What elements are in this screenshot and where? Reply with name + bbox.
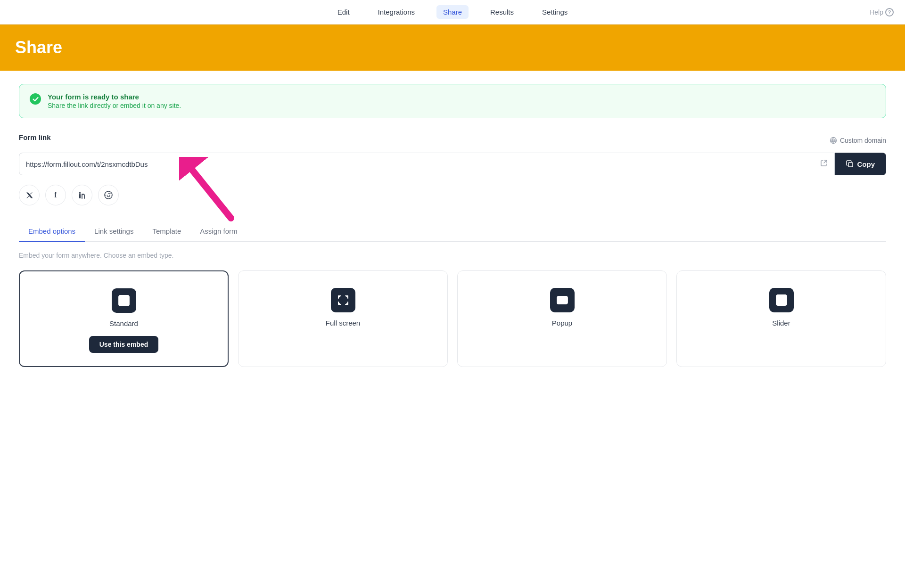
- nav-share[interactable]: Share: [436, 5, 469, 19]
- embed-card-slider[interactable]: Slider: [676, 270, 886, 367]
- linkedin-icon: [78, 191, 86, 199]
- page-title: Share: [15, 38, 890, 57]
- copy-label: Copy: [857, 160, 875, 168]
- help-label: Help: [870, 8, 883, 16]
- svg-rect-11: [121, 297, 123, 300]
- embed-card-standard[interactable]: Standard Use this embed: [19, 270, 229, 367]
- help-button[interactable]: Help ?: [870, 8, 894, 16]
- svg-point-5: [79, 192, 81, 194]
- page-header: Share: [0, 24, 905, 71]
- svg-rect-13: [121, 301, 127, 304]
- form-link-header: Form link Custom domain: [19, 133, 886, 147]
- embed-cards: Standard Use this embed Full screen: [19, 270, 886, 367]
- twitter-share-button[interactable]: [19, 185, 40, 205]
- url-input-wrap: [19, 153, 835, 175]
- popup-embed-icon: [550, 288, 575, 312]
- form-link-label: Form link: [19, 133, 51, 141]
- nav-edit[interactable]: Edit: [331, 5, 356, 19]
- svg-rect-18: [782, 295, 782, 305]
- success-text: Your form is ready to share Share the li…: [48, 93, 181, 109]
- svg-point-8: [109, 195, 110, 196]
- svg-rect-1: [848, 163, 853, 167]
- tab-assign-form[interactable]: Assign form: [190, 222, 247, 242]
- facebook-icon: f: [54, 191, 57, 199]
- copy-icon: [846, 160, 854, 168]
- reddit-icon: [104, 191, 113, 199]
- tab-embed-options[interactable]: Embed options: [19, 222, 85, 242]
- success-title: Your form is ready to share: [48, 93, 181, 101]
- social-icons: f: [19, 185, 886, 205]
- nav-links: Edit Integrations Share Results Settings: [331, 5, 575, 19]
- popup-label: Popup: [552, 319, 572, 327]
- reddit-share-button[interactable]: [98, 185, 119, 205]
- svg-rect-10: [119, 295, 129, 306]
- slider-label: Slider: [772, 319, 790, 327]
- svg-rect-4: [79, 194, 81, 198]
- external-link-icon[interactable]: [820, 159, 828, 169]
- embed-card-popup[interactable]: Popup: [457, 270, 667, 367]
- main-content: Your form is ready to share Share the li…: [0, 71, 905, 588]
- success-icon: [30, 93, 41, 105]
- use-embed-button[interactable]: Use this embed: [89, 336, 158, 353]
- svg-point-7: [107, 195, 108, 196]
- standard-embed-icon: [112, 288, 136, 313]
- fullscreen-embed-icon: [331, 288, 355, 312]
- url-row: Copy: [19, 153, 886, 175]
- fullscreen-label: Full screen: [326, 319, 360, 327]
- help-icon: ?: [885, 8, 894, 16]
- embed-card-fullscreen[interactable]: Full screen: [238, 270, 448, 367]
- nav-settings[interactable]: Settings: [535, 5, 574, 19]
- linkedin-share-button[interactable]: [72, 185, 92, 205]
- custom-domain-button[interactable]: Custom domain: [830, 137, 886, 144]
- globe-icon: [830, 137, 837, 144]
- svg-rect-12: [124, 297, 127, 300]
- nav-results[interactable]: Results: [484, 5, 520, 19]
- success-banner: Your form is ready to share Share the li…: [19, 84, 886, 118]
- standard-label: Standard: [109, 319, 138, 327]
- nav-integrations[interactable]: Integrations: [371, 5, 421, 19]
- tab-link-settings[interactable]: Link settings: [85, 222, 143, 242]
- top-nav: Edit Integrations Share Results Settings…: [0, 0, 905, 24]
- facebook-share-button[interactable]: f: [45, 185, 66, 205]
- tabs: Embed options Link settings Template Ass…: [19, 222, 886, 242]
- form-url-input[interactable]: [26, 160, 820, 168]
- copy-button[interactable]: Copy: [835, 153, 887, 175]
- custom-domain-label: Custom domain: [840, 137, 886, 144]
- slider-embed-icon: [769, 288, 794, 312]
- tab-template[interactable]: Template: [143, 222, 190, 242]
- success-subtitle: Share the link directly or embed it on a…: [48, 102, 181, 109]
- embed-subtitle: Embed your form anywhere. Choose an embe…: [19, 252, 886, 259]
- form-link-section: Form link Custom domain: [19, 133, 886, 205]
- twitter-icon: [25, 191, 33, 199]
